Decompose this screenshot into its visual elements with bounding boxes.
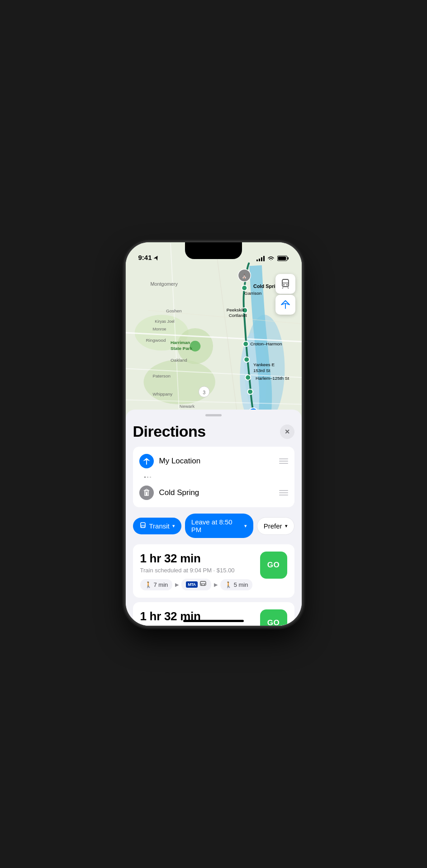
close-button[interactable]: ✕	[280, 425, 294, 439]
prefer-button[interactable]: Prefer ▾	[257, 517, 294, 535]
svg-point-40	[247, 389, 253, 395]
departure-time-button[interactable]: Leave at 8:50 PM ▾	[185, 514, 253, 538]
svg-text:⛪: ⛪	[242, 273, 247, 279]
walk-icon-2: 🚶	[225, 581, 232, 588]
status-time: 9:41	[138, 254, 159, 261]
svg-point-62	[283, 284, 285, 286]
prefer-label: Prefer	[264, 522, 282, 530]
route-2-detail: Train scheduled at 9:47 PM · $15.00	[140, 625, 235, 626]
svg-text:Garrison: Garrison	[244, 291, 261, 296]
train-icon	[280, 278, 291, 289]
transit-mode-icon	[139, 522, 147, 529]
svg-text:3: 3	[203, 390, 205, 395]
route-card-1[interactable]: 1 hr 32 min Train scheduled at 9:04 PM ·…	[133, 544, 294, 598]
svg-text:Kiryas Joel: Kiryas Joel	[155, 319, 175, 324]
svg-line-64	[282, 288, 283, 288]
route-card-2-left: 1 hr 32 min Train scheduled at 9:47 PM ·…	[140, 609, 235, 626]
go-button-1[interactable]: GO	[260, 552, 287, 579]
transit-view-button[interactable]	[275, 274, 295, 294]
svg-point-7	[143, 359, 215, 404]
go-button-2[interactable]: GO	[260, 609, 287, 626]
route-1-duration: 1 hr 32 min	[140, 552, 235, 566]
my-location-button[interactable]	[275, 295, 295, 315]
svg-point-43	[243, 341, 248, 347]
route-card-2[interactable]: 1 hr 32 min Train scheduled at 9:47 PM ·…	[133, 602, 294, 626]
step-arrow-2: ▶	[214, 582, 218, 588]
svg-rect-2	[287, 257, 289, 259]
svg-text:Harlem–125th St: Harlem–125th St	[256, 376, 289, 381]
svg-text:Monroe: Monroe	[152, 327, 166, 331]
battery-icon	[277, 255, 289, 261]
svg-text:Peekskill: Peekskill	[226, 307, 244, 312]
svg-text:Whippany: Whippany	[152, 392, 172, 396]
svg-marker-69	[144, 489, 149, 491]
destination-handle[interactable]	[279, 490, 288, 495]
svg-rect-3	[278, 257, 286, 260]
origin-icon	[139, 454, 154, 468]
svg-text:Montgomery: Montgomery	[150, 281, 178, 287]
svg-text:Ringwood: Ringwood	[146, 338, 166, 343]
destination-icon	[139, 486, 154, 500]
notch	[185, 242, 242, 259]
transit-mode-label: Transit	[149, 522, 170, 530]
step-arrow-1: ▶	[175, 582, 179, 588]
destination-row[interactable]: Cold Spring	[133, 480, 294, 505]
route-1-steps: 🚶 7 min ▶ MTA ▶ 🚶 5 min	[140, 579, 287, 590]
transit-chevron-icon: ▾	[172, 523, 175, 529]
prefer-chevron-icon: ▾	[285, 523, 288, 529]
sheet-drag-handle[interactable]	[205, 414, 222, 416]
train-step-icon	[199, 581, 207, 588]
walk-step-2: 🚶 5 min	[220, 579, 253, 590]
route-input-box: My Location	[133, 447, 294, 507]
svg-text:Croton–Harmon: Croton–Harmon	[250, 341, 282, 346]
svg-text:Goshen: Goshen	[166, 308, 182, 313]
location-arrow-filled-icon	[142, 457, 151, 465]
map-svg: Montgomery Goshen Ringwood Oakland Pater…	[126, 242, 302, 419]
route-connector	[133, 474, 294, 480]
signal-icon	[256, 256, 265, 261]
map-area[interactable]: Montgomery Goshen Ringwood Oakland Pater…	[126, 242, 302, 419]
destination-building-icon	[142, 489, 151, 497]
svg-text:State Park: State Park	[170, 346, 192, 351]
filter-buttons-row: Transit ▾ Leave at 8:50 PM ▾ Prefer ▾	[133, 514, 294, 538]
directions-title: Directions	[133, 423, 206, 440]
svg-text:153rd St: 153rd St	[253, 368, 270, 373]
map-overlay-buttons	[275, 274, 295, 315]
time-label: 9:41	[138, 254, 152, 261]
svg-point-45	[242, 285, 247, 291]
svg-point-72	[141, 526, 142, 527]
status-right-icons	[256, 255, 289, 261]
svg-line-65	[288, 288, 289, 288]
svg-text:Yankees E: Yankees E	[253, 362, 275, 367]
svg-point-63	[286, 284, 288, 286]
route-card-1-left: 1 hr 32 min Train scheduled at 9:04 PM ·…	[140, 552, 235, 578]
walk-step-1: 🚶 7 min	[140, 579, 173, 590]
svg-marker-0	[154, 255, 159, 260]
location-arrow-icon	[280, 300, 290, 310]
origin-row[interactable]: My Location	[133, 448, 294, 474]
svg-point-73	[143, 526, 144, 527]
walk-icon-1: 🚶	[145, 581, 152, 588]
svg-text:Oakland: Oakland	[170, 358, 187, 363]
svg-point-41	[245, 375, 251, 380]
departure-time-label: Leave at 8:50 PM	[191, 518, 242, 533]
origin-label: My Location	[159, 457, 274, 466]
svg-rect-67	[146, 492, 147, 495]
route-1-detail: Train scheduled at 9:04 PM · $15.00	[140, 567, 235, 574]
svg-text:Newark: Newark	[179, 404, 195, 409]
svg-point-77	[204, 584, 205, 585]
mta-logo: MTA	[186, 581, 197, 588]
svg-text:Cortlandt: Cortlandt	[228, 313, 247, 318]
destination-label: Cold Spring	[159, 488, 274, 497]
home-indicator[interactable]	[183, 620, 244, 622]
sheet-header: Directions ✕	[133, 423, 294, 440]
transit-mode-button[interactable]: Transit ▾	[133, 518, 181, 534]
origin-handle[interactable]	[279, 458, 288, 464]
bottom-sheet: Directions ✕ My Location	[126, 410, 302, 626]
train-step: MTA	[181, 579, 211, 590]
route-card-2-top: 1 hr 32 min Train scheduled at 9:47 PM ·…	[140, 609, 287, 626]
svg-text:Paterson: Paterson	[152, 373, 171, 378]
svg-point-76	[201, 584, 202, 585]
time-chevron-icon: ▾	[244, 523, 247, 529]
svg-text:Harriman: Harriman	[170, 340, 190, 345]
